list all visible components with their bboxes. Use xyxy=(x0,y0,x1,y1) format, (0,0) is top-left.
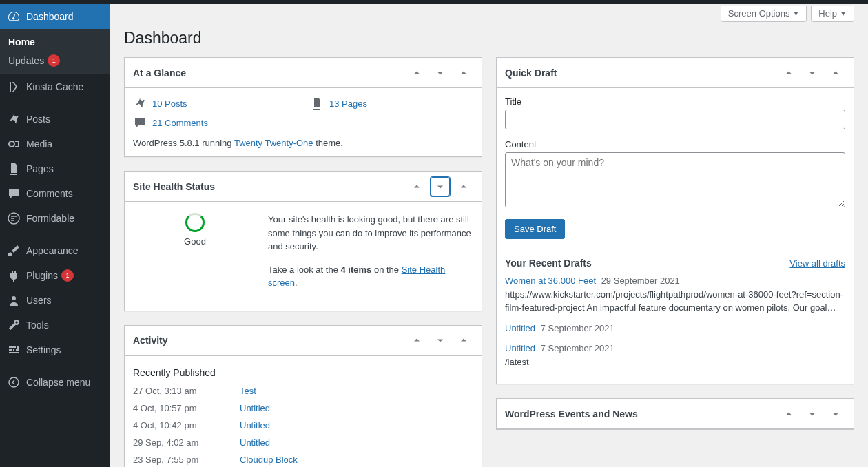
sidebar-item-settings[interactable]: Settings xyxy=(0,338,110,362)
draft-item: Untitled 7 September 2021 xyxy=(505,322,845,335)
plugin-icon xyxy=(7,269,21,282)
sidebar-item-media[interactable]: Media xyxy=(0,132,110,156)
published-heading: Recently Published xyxy=(133,364,473,378)
activity-post-link[interactable]: Test xyxy=(240,386,256,396)
wrench-icon xyxy=(7,318,21,332)
sidebar-item-collapse[interactable]: Collapse menu xyxy=(0,370,110,395)
widget-title: Quick Draft xyxy=(505,68,557,79)
draft-title-link[interactable]: Women at 36,000 Feet xyxy=(505,276,596,286)
posts-link[interactable]: 10 Posts xyxy=(152,98,187,109)
move-down-button[interactable] xyxy=(431,177,450,196)
pin-icon xyxy=(133,96,147,110)
draft-date: 7 September 2021 xyxy=(541,323,614,333)
formidable-icon xyxy=(7,211,21,225)
draft-title-input[interactable] xyxy=(505,110,845,129)
activity-post-link[interactable]: Untitled xyxy=(240,437,270,448)
at-a-glance-widget: At a Glance 10 Posts xyxy=(124,57,482,157)
glance-posts: 10 Posts xyxy=(133,96,296,110)
sidebar-label: Dashboard xyxy=(26,11,74,22)
health-status-label: Good xyxy=(184,236,206,247)
brush-icon xyxy=(7,244,21,258)
move-down-button[interactable] xyxy=(803,63,822,83)
sidebar-item-plugins[interactable]: Plugins 1 xyxy=(0,263,110,288)
help-button[interactable]: Help ▼ xyxy=(811,6,854,22)
widget-title: At a Glance xyxy=(133,68,186,79)
kinsta-icon xyxy=(7,80,21,94)
move-down-button[interactable] xyxy=(431,63,450,83)
activity-row: 23 Sep, 7:55 pm Cloudup Block xyxy=(133,451,473,468)
widget-title: Site Health Status xyxy=(133,181,215,192)
sidebar-item-appearance[interactable]: Appearance xyxy=(0,238,110,263)
move-up-button[interactable] xyxy=(407,331,426,350)
move-up-button[interactable] xyxy=(407,63,426,83)
theme-link[interactable]: Twenty Twenty-One xyxy=(234,138,313,148)
sidebar-item-dashboard[interactable]: Dashboard xyxy=(0,4,110,29)
draft-title-link[interactable]: Untitled xyxy=(505,343,535,353)
view-all-drafts-link[interactable]: View all drafts xyxy=(789,258,845,269)
events-news-widget: WordPress Events and News xyxy=(496,398,854,430)
move-down-button[interactable] xyxy=(431,331,450,350)
toggle-button[interactable] xyxy=(826,63,845,83)
save-draft-button[interactable]: Save Draft xyxy=(505,219,565,239)
draft-item: Untitled 7 September 2021 /latest xyxy=(505,342,845,369)
widget-title: Activity xyxy=(133,335,168,346)
user-icon xyxy=(7,293,21,307)
sidebar-item-comments[interactable]: Comments xyxy=(0,181,110,206)
sidebar-item-posts[interactable]: Posts xyxy=(0,107,110,132)
toggle-button[interactable] xyxy=(454,331,473,350)
move-up-button[interactable] xyxy=(407,177,426,196)
comment-icon xyxy=(7,187,21,200)
draft-excerpt: /latest xyxy=(505,355,845,369)
media-icon xyxy=(7,137,21,151)
sidebar-item-pages[interactable]: Pages xyxy=(0,156,110,181)
toggle-button[interactable] xyxy=(454,177,473,196)
move-up-button[interactable] xyxy=(779,404,798,424)
collapse-icon xyxy=(7,375,21,389)
draft-content-input[interactable] xyxy=(505,152,845,207)
site-health-widget: Site Health Status Good Y xyxy=(124,171,482,311)
activity-row: 27 Oct, 3:13 am Test xyxy=(133,382,473,399)
sidebar-sub-home[interactable]: Home xyxy=(0,33,110,51)
draft-title-link[interactable]: Untitled xyxy=(505,323,535,333)
activity-post-link[interactable]: Cloudup Block xyxy=(240,455,298,465)
title-label: Title xyxy=(505,96,845,107)
draft-date: 7 September 2021 xyxy=(541,343,614,353)
quick-draft-widget: Quick Draft Title Content xyxy=(496,57,854,384)
content-label: Content xyxy=(505,139,845,149)
version-line: WordPress 5.8.1 running Twenty Twenty-On… xyxy=(133,138,473,148)
pages-link[interactable]: 13 Pages xyxy=(329,98,367,109)
glance-pages: 13 Pages xyxy=(310,96,473,110)
activity-date: 4 Oct, 10:57 pm xyxy=(133,403,240,413)
activity-post-link[interactable]: Untitled xyxy=(240,403,270,413)
sliders-icon xyxy=(7,343,21,357)
activity-row: 4 Oct, 10:57 pm Untitled xyxy=(133,399,473,417)
screen-options-button[interactable]: Screen Options ▼ xyxy=(721,6,807,22)
pin-icon xyxy=(7,112,21,126)
activity-row: 29 Sep, 4:02 am Untitled xyxy=(133,434,473,451)
draft-item: Women at 36,000 Feet 29 September 2021 h… xyxy=(505,274,845,315)
comments-link[interactable]: 21 Comments xyxy=(152,118,208,128)
health-progress-icon xyxy=(185,213,205,232)
activity-row: 4 Oct, 10:42 pm Untitled xyxy=(133,417,473,434)
sidebar-item-tools[interactable]: Tools xyxy=(0,313,110,338)
sidebar-item-users[interactable]: Users xyxy=(0,288,110,313)
activity-date: 23 Sep, 7:55 pm xyxy=(133,455,240,465)
toggle-button[interactable] xyxy=(826,404,845,424)
recent-drafts-heading: Your Recent Drafts xyxy=(505,258,592,269)
move-down-button[interactable] xyxy=(803,404,822,424)
screen-meta: Screen Options ▼ Help ▼ xyxy=(124,6,854,22)
sidebar-sub-updates[interactable]: Updates 1 xyxy=(0,51,110,70)
activity-post-link[interactable]: Untitled xyxy=(240,420,270,430)
svg-point-3 xyxy=(9,377,19,387)
draft-excerpt: https://www.kickstarter.com/projects/fli… xyxy=(505,288,845,315)
toggle-button[interactable] xyxy=(454,63,473,83)
sidebar-item-kinsta[interactable]: Kinsta Cache xyxy=(0,74,110,99)
health-indicator: Good xyxy=(133,213,257,300)
glance-comments: 21 Comments xyxy=(133,116,296,129)
dashboard-icon xyxy=(7,10,21,23)
sidebar-item-formidable[interactable]: Formidable xyxy=(0,206,110,231)
activity-date: 4 Oct, 10:42 pm xyxy=(133,420,240,430)
pages-icon xyxy=(310,96,324,110)
move-up-button[interactable] xyxy=(779,63,798,83)
widget-title: WordPress Events and News xyxy=(505,408,638,419)
